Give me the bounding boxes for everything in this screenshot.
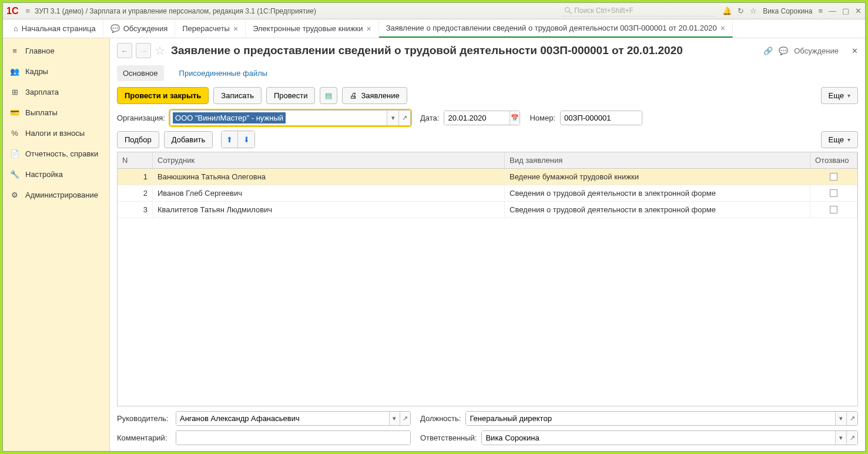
- revoked-checkbox[interactable]: [830, 173, 837, 181]
- maximize-icon[interactable]: ▢: [842, 6, 849, 15]
- arrow-down-icon: ⬇: [243, 135, 250, 144]
- discussion-label[interactable]: Обсуждение: [794, 46, 839, 55]
- select-button[interactable]: Подбор: [117, 131, 159, 148]
- link-icon[interactable]: 🔗: [763, 46, 773, 55]
- tab-recalc[interactable]: Перерасчеты ×: [175, 19, 246, 38]
- responsible-input[interactable]: [482, 431, 835, 445]
- arrow-up-icon: ⬆: [226, 135, 233, 144]
- tab-ebooks[interactable]: Электронные трудовые книжки ×: [246, 19, 379, 38]
- user-name[interactable]: Вика Сорокина: [763, 7, 812, 15]
- sidebar-item-label: Выплаты: [25, 108, 58, 117]
- position-label: Должность:: [420, 414, 461, 423]
- dropdown-icon[interactable]: ▾: [387, 111, 398, 125]
- num-input[interactable]: [561, 111, 642, 125]
- dropdown-icon[interactable]: ▾: [835, 431, 846, 445]
- add-button[interactable]: Добавить: [164, 131, 213, 148]
- page-header: ← → ☆ Заявление о предоставлении сведени…: [117, 43, 858, 58]
- position-input[interactable]: [466, 412, 835, 425]
- save-button[interactable]: Записать: [213, 87, 262, 104]
- cell-employee: Иванов Глеб Сергеевич: [153, 185, 505, 201]
- global-search[interactable]: Поиск Ctrl+Shift+F: [562, 5, 715, 16]
- dropdown-icon[interactable]: ▾: [835, 412, 846, 425]
- open-icon[interactable]: ↗: [400, 412, 410, 425]
- move-up-button[interactable]: ⬆: [222, 131, 238, 148]
- open-icon[interactable]: ↗: [846, 431, 857, 445]
- chevron-down-icon: ▾: [847, 136, 850, 143]
- date-input[interactable]: [444, 111, 510, 125]
- table-row[interactable]: 1 Ванюшкина Татьяна Олеговна Ведение бум…: [118, 169, 857, 185]
- app-window: 1C ≡ ЗУП 3.1 (демо) / Зарплата и управле…: [2, 2, 866, 452]
- manager-input[interactable]: [176, 412, 389, 425]
- table-more-button[interactable]: Еще▾: [821, 131, 858, 148]
- close-icon[interactable]: ×: [366, 24, 371, 34]
- sidebar-item-label: Отчетность, справки: [25, 149, 98, 158]
- history-icon[interactable]: ↻: [738, 6, 744, 15]
- favorite-star-icon[interactable]: ☆: [155, 44, 165, 58]
- open-icon[interactable]: ↗: [846, 412, 857, 425]
- post-button[interactable]: Провести: [266, 87, 316, 104]
- more-label: Еще: [829, 91, 844, 100]
- col-n[interactable]: N: [118, 152, 153, 168]
- print-button[interactable]: 🖨Заявление: [342, 87, 407, 104]
- sidebar-item-hr[interactable]: 👥Кадры: [3, 61, 109, 82]
- move-down-button[interactable]: ⬇: [238, 131, 254, 148]
- sidebar-item-label: Администрирование: [25, 191, 98, 199]
- bell-icon[interactable]: 🔔: [722, 6, 732, 15]
- dropdown-icon[interactable]: ▾: [389, 412, 400, 425]
- titlebar: 1C ≡ ЗУП 3.1 (демо) / Зарплата и управле…: [3, 3, 865, 19]
- sidebar-item-taxes[interactable]: %Налоги и взносы: [3, 123, 109, 143]
- more-button[interactable]: Еще▾: [821, 87, 858, 104]
- minimize-icon[interactable]: —: [829, 6, 836, 15]
- discussion-icon[interactable]: 💬: [779, 46, 788, 55]
- responsible-field[interactable]: ▾ ↗: [481, 430, 858, 445]
- comment-input[interactable]: [176, 431, 410, 445]
- sidebar-item-salary[interactable]: ⊞Зарплата: [3, 82, 109, 102]
- tab-application[interactable]: Заявление о предоставлении сведений о тр…: [379, 19, 733, 38]
- table-row[interactable]: 2 Иванов Глеб Сергеевич Сведения о трудо…: [118, 185, 857, 202]
- col-employee[interactable]: Сотрудник: [153, 152, 505, 168]
- calendar-icon[interactable]: 📅: [510, 111, 520, 125]
- revoked-checkbox[interactable]: [830, 206, 837, 213]
- org-field[interactable]: ООО "ВинилМастер" - нужный ▾ ↗: [170, 110, 411, 126]
- report-button[interactable]: ▤: [320, 87, 337, 104]
- comment-field[interactable]: [176, 430, 411, 445]
- back-button[interactable]: ←: [117, 43, 132, 58]
- card-icon: 💳: [10, 108, 19, 117]
- col-kind[interactable]: Вид заявления: [505, 152, 810, 168]
- tab-home[interactable]: ⌂ Начальная страница: [6, 19, 103, 38]
- close-page-icon[interactable]: ✕: [852, 46, 858, 55]
- print-label: Заявление: [361, 91, 399, 100]
- revoked-checkbox[interactable]: [830, 189, 837, 197]
- subtab-main[interactable]: Основное: [117, 65, 164, 81]
- menu-icon[interactable]: ≡: [25, 6, 30, 15]
- footer: Руководитель: ▾ ↗ Должность: ▾ ↗ Коммент…: [117, 411, 858, 445]
- sidebar-item-admin[interactable]: ⚙Администрирование: [3, 185, 109, 205]
- post-and-close-button[interactable]: Провести и закрыть: [117, 87, 209, 104]
- tab-label: Электронные трудовые книжки: [253, 24, 363, 33]
- grid-body[interactable]: 1 Ванюшкина Татьяна Олеговна Ведение бум…: [118, 169, 857, 406]
- open-icon[interactable]: ↗: [398, 111, 410, 125]
- svg-line-1: [569, 12, 572, 14]
- date-field[interactable]: 📅: [444, 111, 520, 125]
- sidebar-item-reports[interactable]: 📄Отчетность, справки: [3, 143, 109, 164]
- col-revoked[interactable]: Отозвано: [810, 152, 857, 168]
- close-icon[interactable]: ×: [233, 24, 238, 34]
- sidebar-item-settings[interactable]: 🔧Настройка: [3, 164, 109, 185]
- cell-kind: Ведение бумажной трудовой книжки: [505, 169, 810, 185]
- tab-discussions[interactable]: 💬 Обсуждения: [103, 19, 176, 38]
- sidebar-item-main[interactable]: ≡Главное: [3, 41, 109, 61]
- sidebar-item-payouts[interactable]: 💳Выплаты: [3, 102, 109, 123]
- close-icon[interactable]: ×: [720, 24, 725, 33]
- forward-button[interactable]: →: [136, 43, 151, 58]
- position-field[interactable]: ▾ ↗: [465, 411, 858, 426]
- settings-lines-icon[interactable]: ≡: [818, 6, 823, 15]
- manager-field[interactable]: ▾ ↗: [176, 411, 411, 426]
- chat-icon: 💬: [110, 24, 120, 33]
- table-row[interactable]: 3 Квалитетов Татьян Людмилович Сведения …: [118, 202, 857, 218]
- star-icon[interactable]: ☆: [750, 6, 757, 15]
- cell-employee: Ванюшкина Татьяна Олеговна: [153, 169, 505, 185]
- cell-employee: Квалитетов Татьян Людмилович: [153, 202, 505, 218]
- subtab-files[interactable]: Присоединенные файлы: [173, 65, 274, 81]
- close-icon[interactable]: ✕: [855, 6, 862, 15]
- toolbar: Провести и закрыть Записать Провести ▤ 🖨…: [117, 87, 858, 104]
